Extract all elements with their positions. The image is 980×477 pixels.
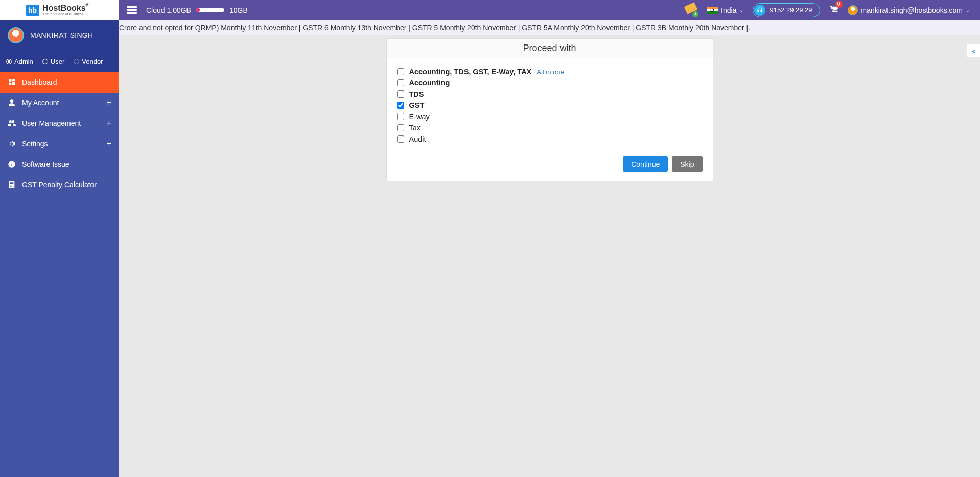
- announcement-bar: Crore and not opted for QRMP) Monthly 11…: [0, 20, 980, 35]
- support-phone[interactable]: 9152 29 29 29: [753, 3, 820, 17]
- logo-sub: The language of business: [42, 12, 85, 16]
- nav-user-management[interactable]: User Management +: [0, 113, 119, 133]
- topbar: hb HostBooks® The language of business C…: [0, 0, 980, 20]
- nav-dashboard[interactable]: Dashboard: [0, 72, 119, 93]
- option-gst[interactable]: GST: [397, 101, 703, 109]
- sidebar: MANKIRAT SINGH Admin User Vendor Dashboa…: [0, 20, 119, 181]
- cloud-used-label: Cloud 1.00GB: [146, 6, 191, 14]
- role-selector: Admin User Vendor: [0, 51, 119, 72]
- checkbox[interactable]: [397, 79, 404, 86]
- users-icon: [8, 119, 16, 127]
- option-accounting[interactable]: Accounting: [397, 79, 703, 87]
- sidebar-profile[interactable]: MANKIRAT SINGH: [0, 20, 119, 51]
- nav-gst-penalty[interactable]: GST Penalty Calculator: [0, 174, 119, 181]
- option-audit[interactable]: Audit: [397, 135, 703, 143]
- chevron-left-icon: «: [972, 47, 975, 55]
- dashboard-icon: [8, 78, 16, 86]
- card-body: Accounting, TDS, GST, E-Way, TAX All in …: [387, 58, 713, 154]
- avatar-icon: [8, 27, 24, 43]
- collapse-panel-button[interactable]: «: [967, 44, 980, 57]
- checkbox[interactable]: [397, 113, 404, 120]
- checkbox[interactable]: [397, 68, 404, 75]
- info-icon: [8, 160, 16, 168]
- expand-icon: +: [107, 119, 111, 128]
- radio-icon: [42, 59, 48, 64]
- card-footer: Continue Skip: [387, 154, 713, 181]
- option-tax[interactable]: Tax: [397, 124, 703, 132]
- proceed-card: Proceed with Accounting, TDS, GST, E-Way…: [386, 38, 713, 181]
- nav-my-account[interactable]: My Account +: [0, 93, 119, 113]
- checkbox[interactable]: [397, 102, 404, 109]
- cloud-total-label: 10GB: [229, 6, 248, 14]
- option-tds[interactable]: TDS: [397, 90, 703, 98]
- cart-button[interactable]: 0: [829, 5, 838, 16]
- calculator-icon: [8, 180, 16, 181]
- main-content: Proceed with Accounting, TDS, GST, E-Way…: [119, 38, 980, 181]
- chevron-down-icon: ⌄: [739, 7, 743, 13]
- svg-rect-1: [9, 181, 15, 181]
- role-admin[interactable]: Admin: [6, 58, 33, 65]
- radio-icon: [6, 59, 12, 64]
- checkbox[interactable]: [397, 124, 404, 131]
- cloud-usage: Cloud 1.00GB 10GB: [146, 6, 248, 14]
- role-user[interactable]: User: [42, 58, 64, 65]
- card-title: Proceed with: [387, 39, 713, 58]
- logo-text: HostBooks® The language of business: [42, 4, 85, 16]
- logo-main: HostBooks®: [42, 4, 85, 12]
- logo-badge: hb: [26, 5, 39, 16]
- flag-icon: [707, 7, 718, 14]
- option-eway[interactable]: E-way: [397, 112, 703, 121]
- chevron-down-icon: ⌄: [966, 7, 970, 13]
- radio-icon: [74, 59, 79, 64]
- avatar-icon: [848, 5, 858, 15]
- checkbox[interactable]: [397, 135, 404, 143]
- skip-button[interactable]: Skip: [672, 156, 702, 172]
- expand-icon: +: [107, 98, 111, 107]
- hamburger-icon[interactable]: [127, 6, 137, 14]
- option-all-in-one[interactable]: Accounting, TDS, GST, E-Way, TAX All in …: [397, 67, 703, 76]
- continue-button[interactable]: Continue: [623, 156, 668, 172]
- user-email: mankirat.singh@hostbooks.com: [861, 6, 963, 14]
- gear-icon: [8, 140, 16, 148]
- headset-icon: [754, 5, 765, 16]
- cart-badge: 0: [835, 1, 843, 8]
- expand-icon: +: [107, 139, 111, 148]
- country-selector[interactable]: India ⌄: [707, 6, 743, 14]
- profile-name: MANKIRAT SINGH: [30, 31, 93, 39]
- country-label: India: [721, 6, 736, 14]
- user-icon: [8, 99, 16, 107]
- announcement-text: Crore and not opted for QRMP) Monthly 11…: [119, 24, 750, 32]
- phone-number: 9152 29 29 29: [769, 6, 812, 14]
- nav-settings[interactable]: Settings +: [0, 133, 119, 154]
- checkbox[interactable]: [397, 90, 404, 98]
- ticket-icon[interactable]: +: [685, 4, 697, 16]
- cloud-progress: [196, 8, 224, 12]
- nav-software-issue[interactable]: Software Issue: [0, 154, 119, 174]
- logo[interactable]: hb HostBooks® The language of business: [0, 0, 119, 20]
- user-menu[interactable]: mankirat.singh@hostbooks.com ⌄: [848, 5, 970, 15]
- role-vendor[interactable]: Vendor: [74, 58, 103, 65]
